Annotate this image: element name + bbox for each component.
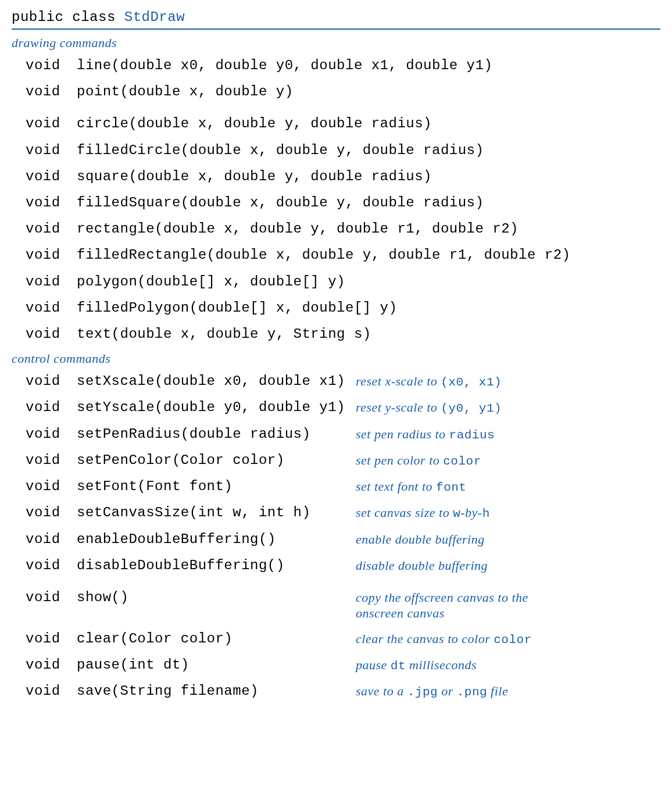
return-type: void	[26, 299, 77, 317]
method-row: voidenableDoubleBuffering()enable double…	[26, 530, 660, 548]
return-type: void	[26, 398, 77, 416]
return-type: void	[26, 530, 77, 548]
drawing-methods-list: voidline(double x0, double y0, double x1…	[12, 56, 660, 343]
method-signature: filledRectangle(double x, double y, doub…	[77, 246, 570, 264]
return-type: void	[26, 325, 77, 343]
section-label-control: control commands	[12, 351, 660, 366]
method-row: voidclear(Color color)clear the canvas t…	[26, 630, 660, 648]
method-description: disable double buffering	[356, 556, 488, 574]
return-type: void	[26, 682, 77, 700]
method-signature: filledSquare(double x, double y, double …	[77, 194, 484, 212]
method-signature: pause(int dt)	[77, 656, 356, 674]
method-row: voidpolygon(double[] x, double[] y)	[26, 273, 660, 291]
method-row: voidsetPenColor(Color color)set pen colo…	[26, 451, 660, 469]
method-signature: setYscale(double y0, double y1)	[77, 398, 356, 416]
method-signature: show()	[77, 588, 356, 606]
method-row: voidsetFont(Font font)set text font to f…	[26, 477, 660, 495]
return-type: void	[26, 451, 77, 469]
method-signature: clear(Color color)	[77, 630, 356, 648]
class-name: StdDraw	[124, 9, 185, 25]
method-signature: filledPolygon(double[] x, double[] y)	[77, 299, 397, 317]
return-type: void	[26, 477, 77, 495]
method-row: voidsquare(double x, double y, double ra…	[26, 167, 660, 185]
return-type: void	[26, 194, 77, 212]
method-description: enable double buffering	[356, 530, 485, 548]
method-row: voidfilledCircle(double x, double y, dou…	[26, 141, 660, 159]
return-type: void	[26, 273, 77, 291]
method-signature: setXscale(double x0, double x1)	[77, 372, 356, 390]
return-type: void	[26, 56, 77, 74]
return-type: void	[26, 556, 77, 574]
method-row: voidfilledSquare(double x, double y, dou…	[26, 194, 660, 212]
method-row: voidsetXscale(double x0, double x1)reset…	[26, 372, 660, 390]
method-description: set pen radius to radius	[356, 425, 495, 443]
method-signature: disableDoubleBuffering()	[77, 556, 356, 574]
method-description: pause dt milliseconds	[356, 656, 477, 674]
method-description: set text font to font	[356, 477, 466, 495]
method-signature: setCanvasSize(int w, int h)	[77, 503, 356, 522]
return-type: void	[26, 141, 77, 159]
method-row: voidpoint(double x, double y)	[26, 83, 660, 101]
return-type: void	[26, 656, 77, 674]
method-signature: line(double x0, double y0, double x1, do…	[77, 56, 492, 74]
method-signature: polygon(double[] x, double[] y)	[77, 273, 345, 291]
method-signature: setFont(Font font)	[77, 477, 356, 495]
method-description: set canvas size to w-by-h	[356, 503, 490, 522]
method-description: set pen color to color	[356, 451, 481, 469]
return-type: void	[26, 220, 77, 238]
method-row: voiddisableDoubleBuffering()disable doub…	[26, 556, 660, 574]
method-signature: circle(double x, double y, double radius…	[77, 115, 432, 133]
return-type: void	[26, 372, 77, 390]
method-description: reset y-scale to (y0, y1)	[356, 398, 502, 416]
method-signature: point(double x, double y)	[77, 83, 294, 101]
method-signature: square(double x, double y, double radius…	[77, 167, 432, 185]
control-methods-list: voidsetXscale(double x0, double x1)reset…	[12, 372, 660, 701]
method-row: voidsetPenRadius(double radius)set pen r…	[26, 425, 660, 443]
method-signature: rectangle(double x, double y, double r1,…	[77, 220, 519, 238]
return-type: void	[26, 115, 77, 133]
return-type: void	[26, 425, 77, 443]
return-type: void	[26, 167, 77, 185]
section-label-drawing: drawing commands	[12, 35, 660, 51]
method-row: voidsetYscale(double y0, double y1)reset…	[26, 398, 660, 416]
return-type: void	[26, 83, 77, 101]
method-description: save to a .jpg or .png file	[356, 682, 508, 700]
method-row: voidshow()copy the offscreen canvas to t…	[26, 588, 660, 622]
method-description: reset x-scale to (x0, x1)	[356, 372, 502, 390]
method-signature: filledCircle(double x, double y, double …	[77, 141, 484, 159]
method-row: voidtext(double x, double y, String s)	[26, 325, 660, 343]
method-row: voidsave(String filename)save to a .jpg …	[26, 682, 660, 700]
return-type: void	[26, 588, 77, 606]
method-row: voidsetCanvasSize(int w, int h)set canva…	[26, 503, 660, 522]
method-description: clear the canvas to color color	[356, 630, 532, 648]
method-signature: save(String filename)	[77, 682, 356, 700]
method-signature: setPenColor(Color color)	[77, 451, 356, 469]
method-signature: enableDoubleBuffering()	[77, 530, 356, 548]
method-signature: text(double x, double y, String s)	[77, 325, 371, 343]
method-description: copy the offscreen canvas to the onscree…	[356, 588, 565, 622]
return-type: void	[26, 630, 77, 648]
method-signature: setPenRadius(double radius)	[77, 425, 356, 443]
method-row: voidline(double x0, double y0, double x1…	[26, 56, 660, 74]
method-row: voidfilledRectangle(double x, double y, …	[26, 246, 660, 264]
class-header: public class StdDraw	[12, 9, 660, 30]
method-row: voidcircle(double x, double y, double ra…	[26, 115, 660, 133]
return-type: void	[26, 503, 77, 522]
method-row: voidfilledPolygon(double[] x, double[] y…	[26, 299, 660, 317]
method-row: voidrectangle(double x, double y, double…	[26, 220, 660, 238]
class-keywords: public class	[12, 9, 124, 25]
return-type: void	[26, 246, 77, 264]
method-row: voidpause(int dt)pause dt milliseconds	[26, 656, 660, 674]
